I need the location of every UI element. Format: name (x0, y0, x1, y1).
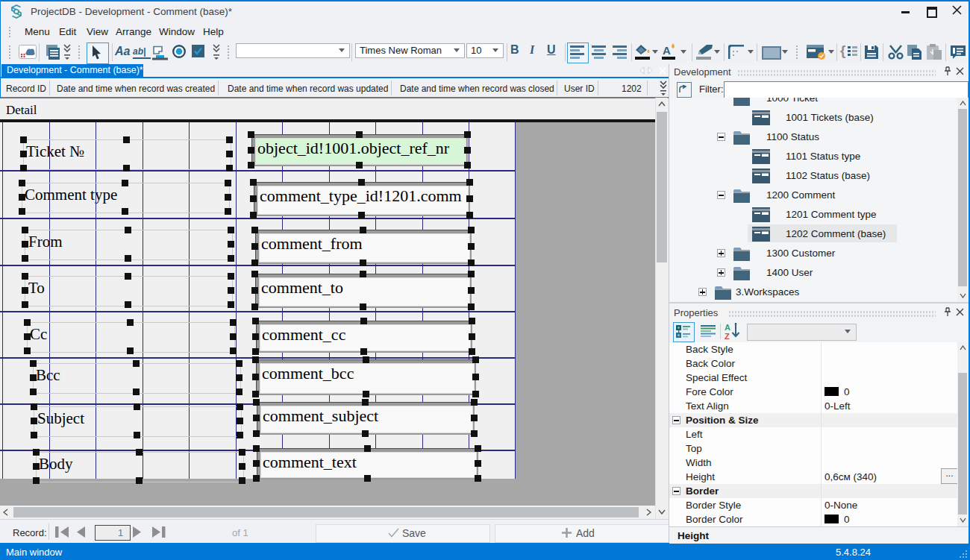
svg-text:A: A (725, 323, 730, 332)
svg-text:Z: Z (725, 332, 730, 340)
